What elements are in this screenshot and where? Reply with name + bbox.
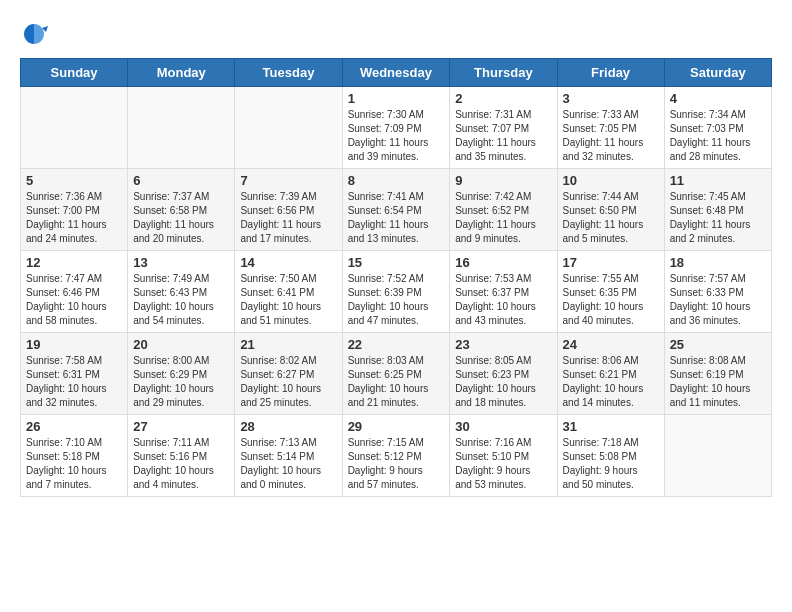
day-info: Sunrise: 8:03 AM Sunset: 6:25 PM Dayligh… xyxy=(348,354,445,410)
calendar-cell: 29Sunrise: 7:15 AM Sunset: 5:12 PM Dayli… xyxy=(342,415,450,497)
day-number: 9 xyxy=(455,173,551,188)
day-info: Sunrise: 7:50 AM Sunset: 6:41 PM Dayligh… xyxy=(240,272,336,328)
calendar-cell: 14Sunrise: 7:50 AM Sunset: 6:41 PM Dayli… xyxy=(235,251,342,333)
weekday-header-saturday: Saturday xyxy=(664,59,771,87)
calendar-cell xyxy=(128,87,235,169)
day-info: Sunrise: 7:34 AM Sunset: 7:03 PM Dayligh… xyxy=(670,108,766,164)
day-number: 22 xyxy=(348,337,445,352)
day-number: 24 xyxy=(563,337,659,352)
day-info: Sunrise: 7:33 AM Sunset: 7:05 PM Dayligh… xyxy=(563,108,659,164)
calendar-cell: 25Sunrise: 8:08 AM Sunset: 6:19 PM Dayli… xyxy=(664,333,771,415)
day-number: 25 xyxy=(670,337,766,352)
page-header xyxy=(20,20,772,48)
day-info: Sunrise: 7:53 AM Sunset: 6:37 PM Dayligh… xyxy=(455,272,551,328)
day-number: 4 xyxy=(670,91,766,106)
weekday-header-wednesday: Wednesday xyxy=(342,59,450,87)
day-info: Sunrise: 7:44 AM Sunset: 6:50 PM Dayligh… xyxy=(563,190,659,246)
calendar-week-2: 5Sunrise: 7:36 AM Sunset: 7:00 PM Daylig… xyxy=(21,169,772,251)
calendar-cell: 18Sunrise: 7:57 AM Sunset: 6:33 PM Dayli… xyxy=(664,251,771,333)
calendar-table: SundayMondayTuesdayWednesdayThursdayFrid… xyxy=(20,58,772,497)
calendar-cell: 28Sunrise: 7:13 AM Sunset: 5:14 PM Dayli… xyxy=(235,415,342,497)
day-info: Sunrise: 7:42 AM Sunset: 6:52 PM Dayligh… xyxy=(455,190,551,246)
weekday-header-monday: Monday xyxy=(128,59,235,87)
calendar-cell: 8Sunrise: 7:41 AM Sunset: 6:54 PM Daylig… xyxy=(342,169,450,251)
calendar-cell: 11Sunrise: 7:45 AM Sunset: 6:48 PM Dayli… xyxy=(664,169,771,251)
day-number: 3 xyxy=(563,91,659,106)
day-info: Sunrise: 7:11 AM Sunset: 5:16 PM Dayligh… xyxy=(133,436,229,492)
calendar-cell: 23Sunrise: 8:05 AM Sunset: 6:23 PM Dayli… xyxy=(450,333,557,415)
day-info: Sunrise: 7:45 AM Sunset: 6:48 PM Dayligh… xyxy=(670,190,766,246)
day-info: Sunrise: 7:13 AM Sunset: 5:14 PM Dayligh… xyxy=(240,436,336,492)
calendar-cell: 13Sunrise: 7:49 AM Sunset: 6:43 PM Dayli… xyxy=(128,251,235,333)
calendar-cell xyxy=(21,87,128,169)
weekday-header-row: SundayMondayTuesdayWednesdayThursdayFrid… xyxy=(21,59,772,87)
day-number: 16 xyxy=(455,255,551,270)
calendar-cell: 7Sunrise: 7:39 AM Sunset: 6:56 PM Daylig… xyxy=(235,169,342,251)
day-number: 28 xyxy=(240,419,336,434)
day-number: 20 xyxy=(133,337,229,352)
logo xyxy=(20,20,52,48)
day-info: Sunrise: 7:10 AM Sunset: 5:18 PM Dayligh… xyxy=(26,436,122,492)
day-info: Sunrise: 8:02 AM Sunset: 6:27 PM Dayligh… xyxy=(240,354,336,410)
day-info: Sunrise: 7:39 AM Sunset: 6:56 PM Dayligh… xyxy=(240,190,336,246)
calendar-cell: 17Sunrise: 7:55 AM Sunset: 6:35 PM Dayli… xyxy=(557,251,664,333)
day-number: 5 xyxy=(26,173,122,188)
calendar-cell: 9Sunrise: 7:42 AM Sunset: 6:52 PM Daylig… xyxy=(450,169,557,251)
calendar-week-1: 1Sunrise: 7:30 AM Sunset: 7:09 PM Daylig… xyxy=(21,87,772,169)
calendar-cell: 27Sunrise: 7:11 AM Sunset: 5:16 PM Dayli… xyxy=(128,415,235,497)
day-info: Sunrise: 7:18 AM Sunset: 5:08 PM Dayligh… xyxy=(563,436,659,492)
day-number: 23 xyxy=(455,337,551,352)
day-info: Sunrise: 8:00 AM Sunset: 6:29 PM Dayligh… xyxy=(133,354,229,410)
day-number: 8 xyxy=(348,173,445,188)
day-number: 27 xyxy=(133,419,229,434)
calendar-cell xyxy=(664,415,771,497)
day-number: 14 xyxy=(240,255,336,270)
day-number: 26 xyxy=(26,419,122,434)
weekday-header-sunday: Sunday xyxy=(21,59,128,87)
logo-icon xyxy=(20,20,48,48)
day-number: 30 xyxy=(455,419,551,434)
day-number: 13 xyxy=(133,255,229,270)
day-number: 31 xyxy=(563,419,659,434)
day-info: Sunrise: 8:05 AM Sunset: 6:23 PM Dayligh… xyxy=(455,354,551,410)
day-info: Sunrise: 7:16 AM Sunset: 5:10 PM Dayligh… xyxy=(455,436,551,492)
day-number: 15 xyxy=(348,255,445,270)
day-number: 12 xyxy=(26,255,122,270)
calendar-cell xyxy=(235,87,342,169)
calendar-cell: 2Sunrise: 7:31 AM Sunset: 7:07 PM Daylig… xyxy=(450,87,557,169)
day-number: 7 xyxy=(240,173,336,188)
weekday-header-thursday: Thursday xyxy=(450,59,557,87)
day-number: 11 xyxy=(670,173,766,188)
day-info: Sunrise: 7:37 AM Sunset: 6:58 PM Dayligh… xyxy=(133,190,229,246)
calendar-cell: 19Sunrise: 7:58 AM Sunset: 6:31 PM Dayli… xyxy=(21,333,128,415)
day-info: Sunrise: 8:06 AM Sunset: 6:21 PM Dayligh… xyxy=(563,354,659,410)
calendar-cell: 16Sunrise: 7:53 AM Sunset: 6:37 PM Dayli… xyxy=(450,251,557,333)
calendar-week-5: 26Sunrise: 7:10 AM Sunset: 5:18 PM Dayli… xyxy=(21,415,772,497)
calendar-cell: 30Sunrise: 7:16 AM Sunset: 5:10 PM Dayli… xyxy=(450,415,557,497)
weekday-header-friday: Friday xyxy=(557,59,664,87)
calendar-cell: 3Sunrise: 7:33 AM Sunset: 7:05 PM Daylig… xyxy=(557,87,664,169)
day-info: Sunrise: 7:30 AM Sunset: 7:09 PM Dayligh… xyxy=(348,108,445,164)
day-number: 21 xyxy=(240,337,336,352)
day-number: 10 xyxy=(563,173,659,188)
calendar-cell: 5Sunrise: 7:36 AM Sunset: 7:00 PM Daylig… xyxy=(21,169,128,251)
day-info: Sunrise: 7:57 AM Sunset: 6:33 PM Dayligh… xyxy=(670,272,766,328)
day-info: Sunrise: 7:15 AM Sunset: 5:12 PM Dayligh… xyxy=(348,436,445,492)
calendar-cell: 31Sunrise: 7:18 AM Sunset: 5:08 PM Dayli… xyxy=(557,415,664,497)
calendar-week-3: 12Sunrise: 7:47 AM Sunset: 6:46 PM Dayli… xyxy=(21,251,772,333)
day-number: 19 xyxy=(26,337,122,352)
day-info: Sunrise: 8:08 AM Sunset: 6:19 PM Dayligh… xyxy=(670,354,766,410)
day-number: 18 xyxy=(670,255,766,270)
day-info: Sunrise: 7:52 AM Sunset: 6:39 PM Dayligh… xyxy=(348,272,445,328)
day-info: Sunrise: 7:58 AM Sunset: 6:31 PM Dayligh… xyxy=(26,354,122,410)
day-info: Sunrise: 7:36 AM Sunset: 7:00 PM Dayligh… xyxy=(26,190,122,246)
calendar-week-4: 19Sunrise: 7:58 AM Sunset: 6:31 PM Dayli… xyxy=(21,333,772,415)
calendar-cell: 1Sunrise: 7:30 AM Sunset: 7:09 PM Daylig… xyxy=(342,87,450,169)
day-info: Sunrise: 7:41 AM Sunset: 6:54 PM Dayligh… xyxy=(348,190,445,246)
day-info: Sunrise: 7:49 AM Sunset: 6:43 PM Dayligh… xyxy=(133,272,229,328)
day-info: Sunrise: 7:47 AM Sunset: 6:46 PM Dayligh… xyxy=(26,272,122,328)
calendar-cell: 20Sunrise: 8:00 AM Sunset: 6:29 PM Dayli… xyxy=(128,333,235,415)
day-number: 1 xyxy=(348,91,445,106)
day-number: 29 xyxy=(348,419,445,434)
day-number: 17 xyxy=(563,255,659,270)
